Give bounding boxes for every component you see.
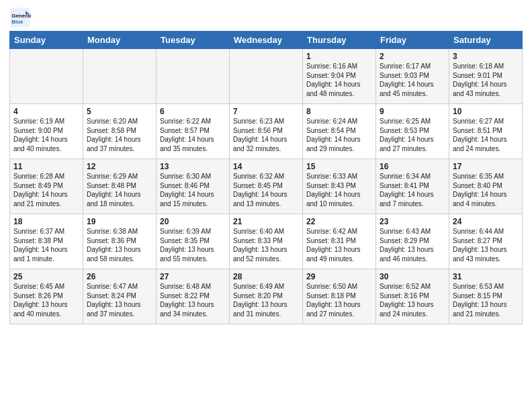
day-cell [83,49,157,104]
day-cell: 28Sunrise: 6:49 AM Sunset: 8:20 PM Dayli… [230,269,303,324]
day-number: 1 [306,52,372,61]
day-info: Sunrise: 6:30 AM Sunset: 8:46 PM Dayligh… [160,172,226,208]
day-cell: 5Sunrise: 6:20 AM Sunset: 8:58 PM Daylig… [83,104,157,159]
day-cell: 19Sunrise: 6:38 AM Sunset: 8:36 PM Dayli… [83,214,157,269]
day-number: 27 [160,272,226,281]
day-info: Sunrise: 6:27 AM Sunset: 8:51 PM Dayligh… [453,117,519,153]
day-number: 2 [380,52,445,61]
day-cell: 11Sunrise: 6:28 AM Sunset: 8:49 PM Dayli… [10,159,83,214]
col-header-monday: Monday [83,32,157,49]
day-cell: 14Sunrise: 6:32 AM Sunset: 8:45 PM Dayli… [230,159,303,214]
day-number: 15 [306,162,372,171]
day-number: 10 [453,107,519,116]
day-cell: 3Sunrise: 6:18 AM Sunset: 9:01 PM Daylig… [449,49,523,104]
day-cell: 21Sunrise: 6:40 AM Sunset: 8:33 PM Dayli… [230,214,303,269]
week-row-2: 4Sunrise: 6:19 AM Sunset: 9:00 PM Daylig… [10,104,523,159]
main-container: General Blue SundayMondayTuesdayWednesda… [0,0,532,330]
day-info: Sunrise: 6:39 AM Sunset: 8:35 PM Dayligh… [160,227,226,263]
col-header-tuesday: Tuesday [157,32,230,49]
day-number: 28 [233,272,299,281]
day-cell: 8Sunrise: 6:24 AM Sunset: 8:54 PM Daylig… [303,104,376,159]
day-cell: 7Sunrise: 6:23 AM Sunset: 8:56 PM Daylig… [230,104,303,159]
day-number: 17 [453,162,519,171]
day-cell: 10Sunrise: 6:27 AM Sunset: 8:51 PM Dayli… [449,104,523,159]
day-info: Sunrise: 6:35 AM Sunset: 8:40 PM Dayligh… [453,172,519,208]
day-cell: 12Sunrise: 6:29 AM Sunset: 8:48 PM Dayli… [83,159,157,214]
day-number: 8 [306,107,372,116]
day-cell: 13Sunrise: 6:30 AM Sunset: 8:46 PM Dayli… [157,159,230,214]
day-cell [157,49,230,104]
day-cell: 25Sunrise: 6:45 AM Sunset: 8:26 PM Dayli… [10,269,83,324]
week-row-4: 18Sunrise: 6:37 AM Sunset: 8:38 PM Dayli… [10,214,523,269]
logo: General Blue [9,7,31,28]
day-info: Sunrise: 6:40 AM Sunset: 8:33 PM Dayligh… [233,227,299,263]
day-cell [10,49,83,104]
week-row-3: 11Sunrise: 6:28 AM Sunset: 8:49 PM Dayli… [10,159,523,214]
day-info: Sunrise: 6:37 AM Sunset: 8:38 PM Dayligh… [13,227,79,263]
day-info: Sunrise: 6:28 AM Sunset: 8:49 PM Dayligh… [13,172,79,208]
day-cell: 15Sunrise: 6:33 AM Sunset: 8:43 PM Dayli… [303,159,376,214]
day-cell: 6Sunrise: 6:22 AM Sunset: 8:57 PM Daylig… [157,104,230,159]
logo-icon: General Blue [9,7,31,28]
day-cell: 26Sunrise: 6:47 AM Sunset: 8:24 PM Dayli… [83,269,157,324]
day-cell [230,49,303,104]
day-cell: 1Sunrise: 6:16 AM Sunset: 9:04 PM Daylig… [303,49,376,104]
day-info: Sunrise: 6:48 AM Sunset: 8:22 PM Dayligh… [160,282,226,318]
day-number: 3 [453,52,519,61]
day-info: Sunrise: 6:38 AM Sunset: 8:36 PM Dayligh… [87,227,152,263]
day-info: Sunrise: 6:25 AM Sunset: 8:53 PM Dayligh… [380,117,445,153]
day-info: Sunrise: 6:24 AM Sunset: 8:54 PM Dayligh… [306,117,372,153]
day-cell: 30Sunrise: 6:52 AM Sunset: 8:16 PM Dayli… [376,269,449,324]
col-header-sunday: Sunday [10,32,83,49]
day-info: Sunrise: 6:52 AM Sunset: 8:16 PM Dayligh… [380,282,445,318]
calendar-table: SundayMondayTuesdayWednesdayThursdayFrid… [9,31,523,324]
day-cell: 24Sunrise: 6:44 AM Sunset: 8:27 PM Dayli… [449,214,523,269]
day-number: 22 [306,217,372,226]
day-info: Sunrise: 6:32 AM Sunset: 8:45 PM Dayligh… [233,172,299,208]
day-info: Sunrise: 6:33 AM Sunset: 8:43 PM Dayligh… [306,172,372,208]
day-number: 21 [233,217,299,226]
day-cell: 18Sunrise: 6:37 AM Sunset: 8:38 PM Dayli… [10,214,83,269]
day-info: Sunrise: 6:16 AM Sunset: 9:04 PM Dayligh… [306,62,372,98]
day-info: Sunrise: 6:29 AM Sunset: 8:48 PM Dayligh… [87,172,152,208]
day-cell: 27Sunrise: 6:48 AM Sunset: 8:22 PM Dayli… [157,269,230,324]
day-number: 18 [13,217,79,226]
day-cell: 29Sunrise: 6:50 AM Sunset: 8:18 PM Dayli… [303,269,376,324]
day-info: Sunrise: 6:47 AM Sunset: 8:24 PM Dayligh… [87,282,152,318]
day-info: Sunrise: 6:43 AM Sunset: 8:29 PM Dayligh… [380,227,445,263]
day-info: Sunrise: 6:20 AM Sunset: 8:58 PM Dayligh… [87,117,152,153]
day-number: 30 [380,272,445,281]
day-info: Sunrise: 6:22 AM Sunset: 8:57 PM Dayligh… [160,117,226,153]
day-number: 31 [453,272,519,281]
day-number: 13 [160,162,226,171]
header-row: SundayMondayTuesdayWednesdayThursdayFrid… [10,32,523,49]
day-info: Sunrise: 6:34 AM Sunset: 8:41 PM Dayligh… [380,172,445,208]
day-info: Sunrise: 6:17 AM Sunset: 9:03 PM Dayligh… [380,62,445,98]
day-cell: 20Sunrise: 6:39 AM Sunset: 8:35 PM Dayli… [157,214,230,269]
day-cell: 31Sunrise: 6:53 AM Sunset: 8:15 PM Dayli… [449,269,523,324]
day-info: Sunrise: 6:18 AM Sunset: 9:01 PM Dayligh… [453,62,519,98]
day-number: 7 [233,107,299,116]
day-number: 25 [13,272,79,281]
col-header-friday: Friday [376,32,449,49]
day-number: 24 [453,217,519,226]
day-number: 29 [306,272,372,281]
day-info: Sunrise: 6:53 AM Sunset: 8:15 PM Dayligh… [453,282,519,318]
day-number: 12 [87,162,152,171]
day-cell: 9Sunrise: 6:25 AM Sunset: 8:53 PM Daylig… [376,104,449,159]
day-number: 20 [160,217,226,226]
day-info: Sunrise: 6:42 AM Sunset: 8:31 PM Dayligh… [306,227,372,263]
day-number: 19 [87,217,152,226]
col-header-wednesday: Wednesday [230,32,303,49]
day-info: Sunrise: 6:45 AM Sunset: 8:26 PM Dayligh… [13,282,79,318]
day-cell: 16Sunrise: 6:34 AM Sunset: 8:41 PM Dayli… [376,159,449,214]
day-cell: 23Sunrise: 6:43 AM Sunset: 8:29 PM Dayli… [376,214,449,269]
svg-text:Blue: Blue [11,19,24,25]
day-cell: 2Sunrise: 6:17 AM Sunset: 9:03 PM Daylig… [376,49,449,104]
week-row-5: 25Sunrise: 6:45 AM Sunset: 8:26 PM Dayli… [10,269,523,324]
day-info: Sunrise: 6:50 AM Sunset: 8:18 PM Dayligh… [306,282,372,318]
day-number: 9 [380,107,445,116]
day-number: 23 [380,217,445,226]
day-cell: 22Sunrise: 6:42 AM Sunset: 8:31 PM Dayli… [303,214,376,269]
day-info: Sunrise: 6:44 AM Sunset: 8:27 PM Dayligh… [453,227,519,263]
